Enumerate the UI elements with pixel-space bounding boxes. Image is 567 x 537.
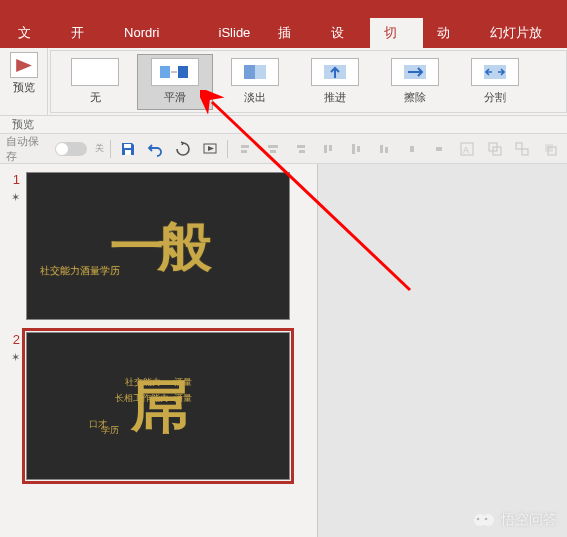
watermark: 悟空问答 bbox=[473, 509, 557, 531]
align-left-button bbox=[234, 138, 256, 160]
ungroup-button bbox=[512, 138, 534, 160]
slide-thumbnail-panel: 1 ✶ 一般 2 ✶ 社交能力 酒量 长相工作能力 酒量 学历 口才 屌 bbox=[0, 164, 318, 537]
preview-icon bbox=[10, 52, 38, 78]
transition-push-icon bbox=[311, 58, 359, 86]
tab-slideshow[interactable]: 幻灯片放映 bbox=[476, 18, 567, 48]
svg-rect-9 bbox=[125, 150, 131, 155]
transition-wipe[interactable]: 擦除 bbox=[377, 54, 453, 110]
tab-insert[interactable]: 插入 bbox=[264, 18, 317, 48]
transitions-gallery: 无 平滑 淡出 推进 擦除 bbox=[50, 50, 567, 113]
align-top-button bbox=[318, 138, 340, 160]
transition-split-icon bbox=[471, 58, 519, 86]
align-bottom-button bbox=[373, 138, 395, 160]
svg-rect-1 bbox=[160, 66, 170, 78]
svg-rect-4 bbox=[244, 65, 255, 79]
distribute-v-button bbox=[428, 138, 450, 160]
transition-morph[interactable]: 平滑 bbox=[137, 54, 213, 110]
slide-number: 1 bbox=[8, 172, 20, 187]
watermark-icon bbox=[473, 509, 495, 531]
slide-thumbnail-2[interactable]: 社交能力 酒量 长相工作能力 酒量 学历 口才 屌 bbox=[26, 332, 290, 480]
transition-none[interactable]: 无 bbox=[57, 54, 133, 110]
save-button[interactable] bbox=[117, 138, 139, 160]
svg-marker-11 bbox=[208, 146, 214, 151]
svg-point-22 bbox=[482, 514, 494, 526]
quick-access-toolbar: 自动保存 关 A bbox=[0, 134, 567, 164]
tab-home[interactable]: 开始 bbox=[57, 18, 110, 48]
undo-button[interactable] bbox=[144, 138, 166, 160]
transition-split[interactable]: 分割 bbox=[457, 54, 533, 110]
ribbon: 预览 无 平滑 淡出 推进 擦除 bbox=[0, 48, 567, 116]
tab-animations[interactable]: 动画 bbox=[423, 18, 476, 48]
send-backward-button bbox=[539, 138, 561, 160]
transition-fade-icon bbox=[231, 58, 279, 86]
group-button bbox=[484, 138, 506, 160]
tab-file[interactable]: 文件 bbox=[4, 18, 57, 48]
transition-indicator-icon: ✶ bbox=[11, 191, 20, 204]
ribbon-tabs: 文件 开始 Nordri Tools iSlide 插入 设计 切换 动画 幻灯… bbox=[0, 18, 567, 48]
redo-button[interactable] bbox=[172, 138, 194, 160]
svg-point-23 bbox=[477, 518, 480, 521]
distribute-h-button bbox=[401, 138, 423, 160]
tab-islide[interactable]: iSlide bbox=[205, 18, 265, 48]
svg-rect-16 bbox=[516, 143, 522, 149]
slide-thumbnail-1[interactable]: 一般 bbox=[26, 172, 290, 320]
transition-none-icon bbox=[71, 58, 119, 86]
transition-fade[interactable]: 淡出 bbox=[217, 54, 293, 110]
svg-rect-8 bbox=[124, 144, 131, 148]
svg-marker-0 bbox=[16, 58, 32, 71]
toggle-icon bbox=[55, 142, 86, 156]
svg-text:A: A bbox=[463, 145, 469, 155]
tab-nordri[interactable]: Nordri Tools bbox=[110, 18, 205, 48]
tab-design[interactable]: 设计 bbox=[317, 18, 370, 48]
slide-number: 2 bbox=[8, 332, 20, 347]
align-middle-v-button bbox=[345, 138, 367, 160]
slide-editor-area[interactable] bbox=[318, 164, 567, 537]
align-right-button bbox=[290, 138, 312, 160]
transition-indicator-icon: ✶ bbox=[11, 351, 20, 364]
autosave-toggle[interactable]: 自动保存 关 bbox=[6, 134, 104, 164]
tab-transitions[interactable]: 切换 bbox=[370, 18, 423, 48]
preview-button[interactable]: 预览 bbox=[0, 48, 48, 115]
paragraph-marks-button: A bbox=[456, 138, 478, 160]
svg-rect-2 bbox=[178, 66, 188, 78]
svg-rect-18 bbox=[545, 144, 553, 152]
align-center-h-button bbox=[262, 138, 284, 160]
preview-section-label: 预览 bbox=[0, 116, 567, 134]
transition-morph-icon bbox=[151, 58, 199, 86]
svg-rect-17 bbox=[522, 149, 528, 155]
svg-point-24 bbox=[485, 518, 488, 521]
transition-wipe-icon bbox=[391, 58, 439, 86]
start-button[interactable] bbox=[200, 138, 222, 160]
transition-push[interactable]: 推进 bbox=[297, 54, 373, 110]
